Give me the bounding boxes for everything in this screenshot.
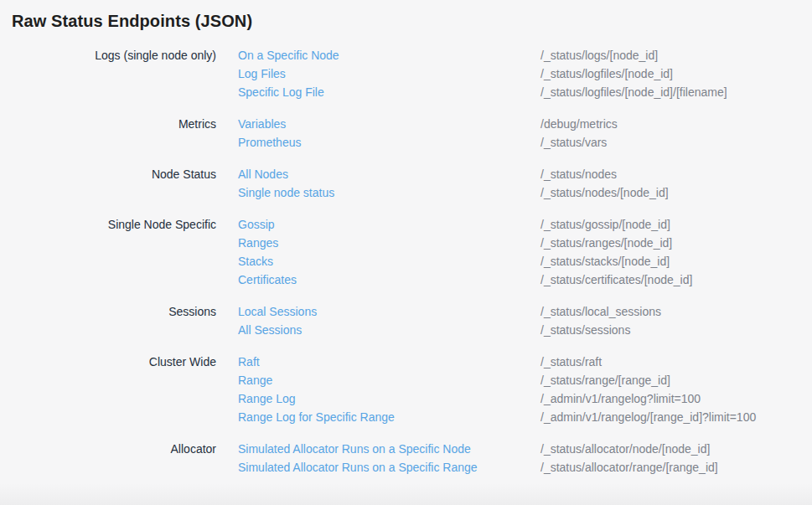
paths-cell: /_status/logs/[node_id]/_status/logfiles…	[534, 46, 812, 101]
endpoint-path: /_status/raft	[540, 353, 812, 371]
endpoints-table: Logs (single node only) On a Specific No…	[0, 46, 812, 477]
endpoint-link[interactable]: On a Specific Node	[238, 46, 534, 64]
endpoint-path: /_status/allocator/node/[node_id]	[540, 440, 812, 458]
endpoint-link[interactable]: Prometheus	[238, 133, 534, 152]
links-cell: Simulated Allocator Runs on a Specific N…	[216, 440, 534, 477]
endpoint-path: /debug/metrics	[540, 115, 812, 133]
endpoint-path: /_status/nodes	[540, 165, 812, 183]
endpoint-path: /_status/logs/[node_id]	[540, 46, 812, 64]
endpoint-link[interactable]: Simulated Allocator Runs on a Specific R…	[238, 458, 534, 477]
page-title: Raw Status Endpoints (JSON)	[12, 11, 812, 31]
endpoint-link[interactable]: All Nodes	[238, 165, 534, 183]
endpoint-path: /_status/vars	[540, 133, 812, 152]
endpoint-link[interactable]: Range Log	[238, 389, 534, 408]
category-label: Logs (single node only)	[0, 46, 216, 101]
endpoint-path: /_status/stacks/[node_id]	[540, 252, 812, 271]
endpoint-section: Cluster Wide RaftRangeRange LogRange Log…	[0, 353, 812, 426]
links-cell: All NodesSingle node status	[216, 165, 534, 202]
paths-cell: /_status/raft/_status/range/[range_id]/_…	[534, 353, 812, 426]
category-label: Metrics	[0, 115, 216, 152]
endpoint-path: /_admin/v1/rangelog/[range_id]?limit=100	[540, 408, 812, 426]
endpoint-link[interactable]: Gossip	[238, 215, 534, 234]
endpoint-path: /_status/ranges/[node_id]	[540, 234, 812, 252]
endpoint-link[interactable]: Range	[238, 371, 534, 389]
endpoint-path: /_status/nodes/[node_id]	[540, 183, 812, 202]
endpoint-path: /_admin/v1/rangelog?limit=100	[540, 389, 812, 408]
endpoint-link[interactable]: Stacks	[238, 252, 534, 271]
category-label: Single Node Specific	[0, 215, 216, 289]
endpoint-link[interactable]: Certificates	[238, 271, 534, 289]
endpoint-path: /_status/logfiles/[node_id]/[filename]	[540, 83, 812, 101]
endpoint-section: Sessions Local SessionsAll Sessions /_st…	[0, 302, 812, 339]
category-label: Sessions	[0, 302, 216, 339]
links-cell: On a Specific NodeLog FilesSpecific Log …	[216, 46, 534, 101]
endpoint-link[interactable]: All Sessions	[238, 321, 534, 339]
paths-cell: /_status/allocator/node/[node_id]/_statu…	[534, 440, 812, 477]
links-cell: GossipRangesStacksCertificates	[216, 215, 534, 289]
endpoint-path: /_status/sessions	[540, 321, 812, 339]
endpoint-path: /_status/gossip/[node_id]	[540, 215, 812, 234]
endpoint-path: /_status/range/[range_id]	[540, 371, 812, 389]
paths-cell: /_status/local_sessions/_status/sessions	[534, 302, 812, 339]
endpoint-path: /_status/local_sessions	[540, 302, 812, 321]
endpoint-link[interactable]: Simulated Allocator Runs on a Specific N…	[238, 440, 534, 458]
endpoint-link[interactable]: Range Log for Specific Range	[238, 408, 534, 426]
paths-cell: /debug/metrics/_status/vars	[534, 115, 812, 152]
endpoint-section: Single Node Specific GossipRangesStacksC…	[0, 215, 812, 289]
endpoint-path: /_status/allocator/range/[range_id]	[540, 458, 812, 477]
endpoint-section: Node Status All NodesSingle node status …	[0, 165, 812, 202]
links-cell: VariablesPrometheus	[216, 115, 534, 152]
endpoint-link[interactable]: Log Files	[238, 64, 534, 83]
paths-cell: /_status/gossip/[node_id]/_status/ranges…	[534, 215, 812, 289]
endpoint-link[interactable]: Raft	[238, 353, 534, 371]
endpoint-path: /_status/logfiles/[node_id]	[540, 64, 812, 83]
endpoint-link[interactable]: Specific Log File	[238, 83, 534, 101]
endpoint-link[interactable]: Variables	[238, 115, 534, 133]
endpoint-link[interactable]: Single node status	[238, 183, 534, 202]
category-label: Node Status	[0, 165, 216, 202]
endpoint-section: Allocator Simulated Allocator Runs on a …	[0, 440, 812, 477]
endpoint-path: /_status/certificates/[node_id]	[540, 271, 812, 289]
paths-cell: /_status/nodes/_status/nodes/[node_id]	[534, 165, 812, 202]
endpoint-section: Logs (single node only) On a Specific No…	[0, 46, 812, 101]
endpoint-link[interactable]: Ranges	[238, 234, 534, 252]
category-label: Cluster Wide	[0, 353, 216, 426]
endpoint-link[interactable]: Local Sessions	[238, 302, 534, 321]
endpoint-section: Metrics VariablesPrometheus /debug/metri…	[0, 115, 812, 152]
links-cell: Local SessionsAll Sessions	[216, 302, 534, 339]
links-cell: RaftRangeRange LogRange Log for Specific…	[216, 353, 534, 426]
category-label: Allocator	[0, 440, 216, 477]
